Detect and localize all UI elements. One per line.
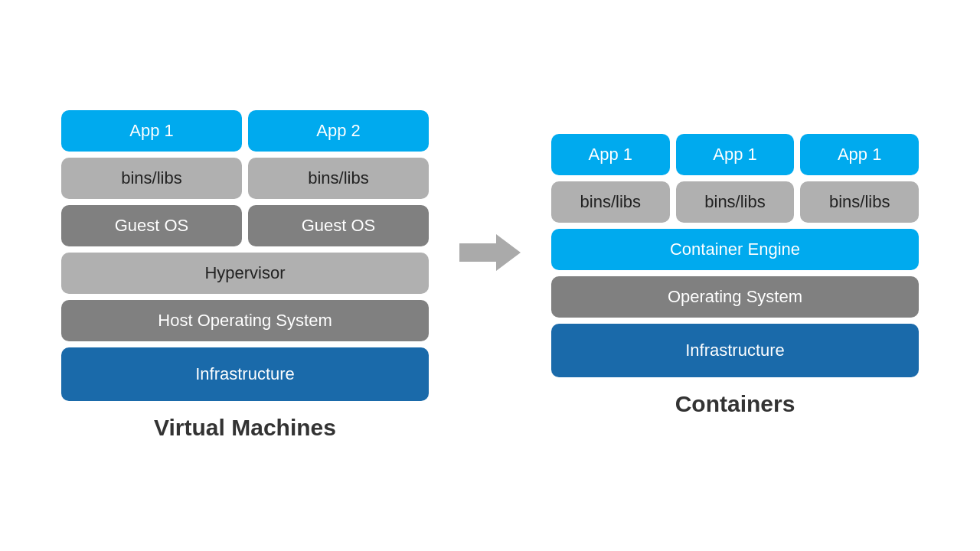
vm-bins2-box: bins/libs bbox=[248, 158, 429, 199]
containers-bins-row: bins/libs bins/libs bins/libs bbox=[551, 181, 919, 223]
svg-marker-0 bbox=[459, 234, 521, 271]
containers-bins2-label: bins/libs bbox=[704, 192, 765, 212]
vm-bins-row: bins/libs bins/libs bbox=[61, 158, 429, 199]
vm-app1-label: App 1 bbox=[129, 121, 174, 141]
containers-bins2-box: bins/libs bbox=[676, 181, 795, 223]
vm-hypervisor-box: Hypervisor bbox=[61, 253, 429, 294]
vm-guestos1-label: Guest OS bbox=[115, 216, 189, 236]
vm-guestos2-label: Guest OS bbox=[302, 216, 376, 236]
containers-stack: App 1 App 1 App 1 bins/libs bins/libs bbox=[551, 134, 919, 377]
vm-app2-label: App 2 bbox=[316, 121, 361, 141]
containers-bins3-label: bins/libs bbox=[829, 192, 890, 212]
vm-guestos-row: Guest OS Guest OS bbox=[61, 205, 429, 246]
vm-infra-box: Infrastructure bbox=[61, 347, 429, 401]
vm-app2-box: App 2 bbox=[248, 110, 429, 152]
containers-title: Containers bbox=[675, 391, 795, 417]
containers-app1-label: App 1 bbox=[589, 145, 633, 165]
vm-guestos2-box: Guest OS bbox=[248, 205, 429, 246]
containers-infra-label: Infrastructure bbox=[685, 341, 785, 360]
vm-guestos1-box: Guest OS bbox=[61, 205, 242, 246]
containers-infra-box: Infrastructure bbox=[551, 324, 919, 377]
arrow-container bbox=[459, 230, 521, 321]
diagram-container: App 1 App 2 bins/libs bins/libs Guest OS bbox=[31, 110, 949, 441]
containers-app1-box: App 1 bbox=[551, 134, 670, 175]
vm-app1-box: App 1 bbox=[61, 110, 242, 152]
vm-hostos-label: Host Operating System bbox=[158, 311, 332, 331]
arrow-icon bbox=[459, 230, 521, 276]
containers-app2-label: App 1 bbox=[713, 145, 757, 165]
containers-app3-label: App 1 bbox=[838, 145, 882, 165]
vm-app-row: App 1 App 2 bbox=[61, 110, 429, 152]
container-engine-box: Container Engine bbox=[551, 229, 919, 270]
vm-stack: App 1 App 2 bins/libs bins/libs Guest OS bbox=[61, 110, 429, 401]
containers-app-row: App 1 App 1 App 1 bbox=[551, 134, 919, 175]
vm-bins1-label: bins/libs bbox=[121, 168, 181, 188]
containers-column: App 1 App 1 App 1 bins/libs bins/libs bbox=[551, 134, 919, 417]
vm-hypervisor-label: Hypervisor bbox=[204, 263, 285, 283]
containers-app3-box: App 1 bbox=[800, 134, 919, 175]
containers-bins1-label: bins/libs bbox=[580, 192, 641, 212]
containers-os-label: Operating System bbox=[668, 287, 802, 307]
containers-os-box: Operating System bbox=[551, 276, 919, 318]
containers-bins1-box: bins/libs bbox=[551, 181, 670, 223]
containers-app2-box: App 1 bbox=[676, 134, 795, 175]
vm-bins2-label: bins/libs bbox=[308, 168, 368, 188]
vm-bins1-box: bins/libs bbox=[61, 158, 242, 199]
vm-hostos-box: Host Operating System bbox=[61, 300, 429, 341]
vm-infra-label: Infrastructure bbox=[195, 364, 295, 384]
containers-bins3-box: bins/libs bbox=[800, 181, 919, 223]
virtual-machines-column: App 1 App 2 bins/libs bins/libs Guest OS bbox=[61, 110, 429, 441]
container-engine-label: Container Engine bbox=[670, 240, 800, 259]
vm-title: Virtual Machines bbox=[154, 415, 336, 441]
